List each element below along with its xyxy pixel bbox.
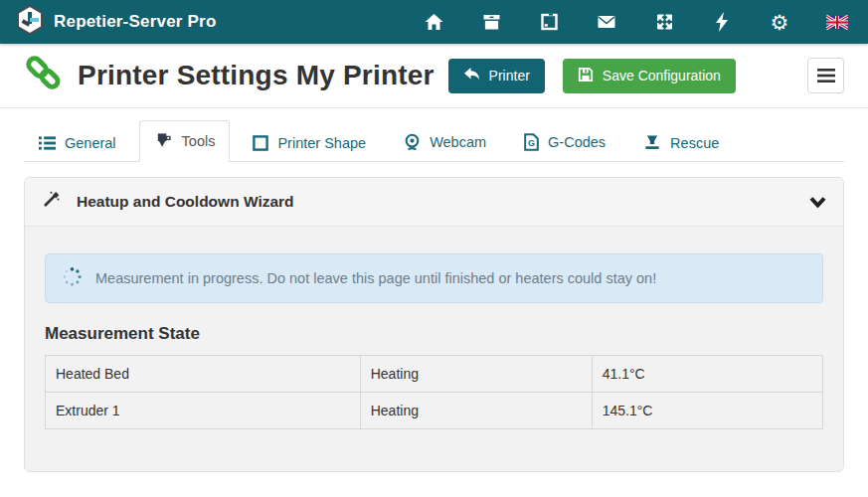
bolt-icon[interactable]: [711, 11, 733, 33]
webcam-icon: [404, 133, 421, 151]
archive-box-icon[interactable]: [480, 11, 502, 33]
alert-text: Measurement in progress. Do not leave th…: [95, 270, 656, 286]
tab-tools[interactable]: Tools: [139, 120, 231, 162]
heatup-wizard-panel: Heatup and Cooldown Wizard Measurement i…: [24, 177, 844, 472]
save-configuration-button[interactable]: Save Configuration: [563, 59, 736, 93]
measurement-alert: Measurement in progress. Do not leave th…: [45, 253, 823, 303]
brand-name: Repetier-Server Pro: [54, 12, 216, 32]
list-icon: [39, 135, 56, 151]
tab-printer-shape[interactable]: Printer Shape: [238, 123, 381, 162]
app-logo-icon: [16, 5, 44, 39]
tab-tools-label: Tools: [182, 133, 216, 149]
gcode-file-icon: G: [524, 133, 539, 151]
tab-webcam[interactable]: Webcam: [389, 121, 501, 162]
tab-rescue[interactable]: Rescue: [628, 122, 734, 162]
save-configuration-label: Save Configuration: [603, 68, 721, 83]
home-icon[interactable]: [423, 11, 444, 33]
hamburger-icon: [817, 69, 835, 83]
header-divider: [0, 107, 868, 108]
tab-rescue-label: Rescue: [670, 135, 719, 151]
measurement-state-table: Heated Bed Heating 41.1°C Extruder 1 Hea…: [45, 355, 823, 429]
save-icon: [578, 67, 594, 85]
settings-tabs: General Tools Printer Shape Webcam G G-C…: [24, 120, 844, 162]
tab-general[interactable]: General: [24, 123, 131, 162]
heatup-wizard-panel-header[interactable]: Heatup and Cooldown Wizard: [25, 178, 843, 227]
panel-title: Heatup and Cooldown Wizard: [77, 193, 294, 211]
brand[interactable]: Repetier-Server Pro: [16, 5, 216, 39]
heater-temp: 41.1°C: [592, 356, 822, 393]
printer-button[interactable]: Printer: [448, 59, 545, 93]
measurement-state-heading: Measurement State: [45, 324, 823, 344]
hamburger-menu-button[interactable]: [807, 58, 844, 93]
printer-button-label: Printer: [489, 68, 530, 83]
heater-temp: 145.1°C: [592, 393, 822, 429]
back-arrow-icon: [463, 67, 480, 84]
gear-icon[interactable]: ⚙: [769, 11, 790, 33]
heater-status: Heating: [360, 356, 592, 393]
nozzle-icon: [643, 134, 661, 151]
spinner-icon: [62, 266, 83, 290]
tab-general-label: General: [65, 135, 116, 151]
language-flag-icon[interactable]: [826, 11, 848, 33]
fullscreen-icon[interactable]: [653, 11, 675, 33]
tab-printer-shape-label: Printer Shape: [277, 135, 366, 151]
heater-status: Heating: [360, 393, 592, 429]
svg-text:G: G: [528, 138, 535, 148]
heater-name: Extruder 1: [46, 393, 361, 429]
table-row-extruder-1: Extruder 1 Heating 145.1°C: [46, 393, 823, 429]
top-navbar: Repetier-Server Pro: [0, 0, 868, 44]
heater-name: Heated Bed: [46, 356, 361, 393]
tool-icon: [154, 132, 173, 150]
table-row-heated-bed: Heated Bed Heating 41.1°C: [46, 356, 823, 393]
chevron-down-icon[interactable]: [809, 196, 826, 208]
panel-body: Measurement in progress. Do not leave th…: [25, 227, 843, 471]
tab-gcodes-label: G-Codes: [548, 134, 606, 150]
square-outline-icon: [253, 135, 268, 151]
printer-frame-icon[interactable]: [538, 11, 560, 33]
wand-icon: [42, 191, 60, 213]
navbar-menu: ⚙: [423, 11, 848, 33]
page-title: Printer Settings My Printer: [78, 60, 434, 91]
mail-icon[interactable]: [596, 11, 617, 33]
page-header: Printer Settings My Printer Printer Save…: [0, 53, 868, 98]
tab-webcam-label: Webcam: [430, 134, 486, 150]
tab-gcodes[interactable]: G G-Codes: [509, 121, 620, 162]
chain-link-icon: [24, 53, 64, 98]
